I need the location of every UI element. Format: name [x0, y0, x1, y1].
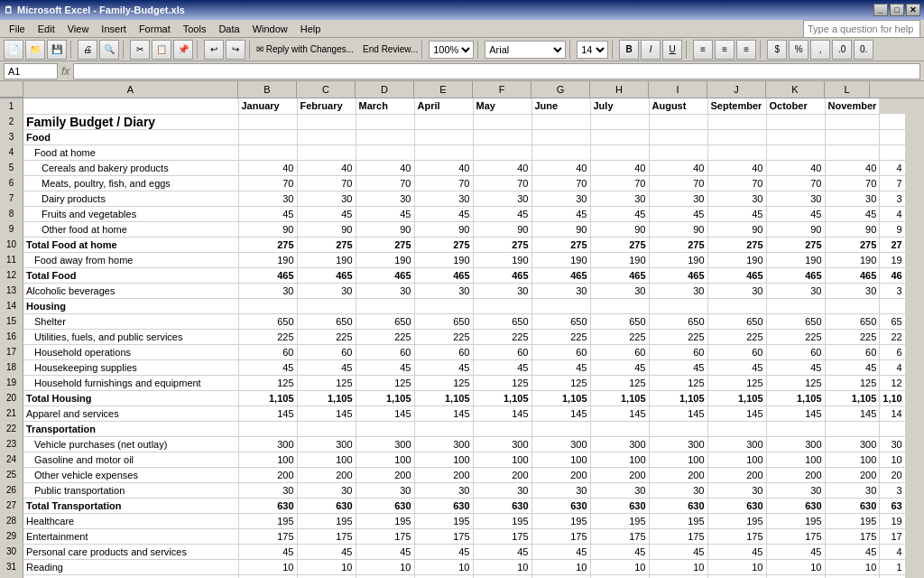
table-row[interactable]: Household furnishings and equipment12512… [23, 375, 905, 390]
cell-11-3[interactable]: 465 [297, 267, 356, 283]
menu-data[interactable]: Data [213, 22, 245, 36]
cell-1-6[interactable] [473, 114, 531, 129]
row-header-19[interactable]: 19 [0, 375, 23, 390]
cell-19-4[interactable]: 1,105 [356, 390, 414, 406]
cell-20-11[interactable]: 145 [766, 406, 825, 421]
cell-2-6[interactable] [473, 129, 531, 144]
cell-31-13[interactable]: 6 [880, 574, 905, 578]
cell-27-13[interactable]: 19 [880, 513, 905, 528]
table-row[interactable]: Transportation [23, 421, 905, 436]
row-header-10[interactable]: 10 [0, 237, 23, 252]
cell-2-5[interactable] [414, 129, 473, 144]
cell-10-3[interactable]: 190 [297, 252, 356, 267]
cell-6-2[interactable]: 30 [238, 191, 297, 206]
cell-31-7[interactable]: 65 [531, 574, 590, 578]
cell-reference-input[interactable] [4, 63, 58, 79]
row-header-32[interactable]: 32 [0, 574, 23, 578]
row-header-8[interactable]: 8 [0, 206, 23, 221]
cell-29-4[interactable]: 45 [356, 544, 414, 559]
cell-22-2[interactable]: 300 [238, 436, 297, 452]
cut-button[interactable]: ✂ [130, 40, 150, 60]
cell-21-4[interactable] [356, 421, 414, 436]
cell-1-7[interactable] [531, 114, 590, 129]
cell-11-8[interactable]: 465 [590, 267, 649, 283]
cell-7-4[interactable]: 45 [356, 206, 414, 221]
cell-a10[interactable]: Food away from home [23, 252, 238, 267]
cell-2-8[interactable] [590, 129, 649, 144]
table-row[interactable]: Utilities, fuels, and public services225… [23, 329, 905, 344]
table-row[interactable]: Healthcare195195195195195195195195195195… [23, 513, 905, 528]
cell-7-7[interactable]: 45 [531, 206, 590, 221]
table-row[interactable]: Other food at home9090909090909090909090… [23, 221, 905, 237]
cell-12-9[interactable]: 30 [649, 283, 707, 298]
cell-3-9[interactable] [649, 144, 707, 160]
cell-5-6[interactable]: 70 [473, 175, 531, 191]
maximize-button[interactable]: □ [890, 4, 904, 16]
table-row[interactable]: Reading10101010101010101010101 [23, 559, 905, 574]
cell-17-11[interactable]: 45 [766, 359, 825, 375]
cell-18-9[interactable]: 125 [649, 375, 707, 390]
cell-a6[interactable]: Dairy products [23, 191, 238, 206]
cell-28-10[interactable]: 175 [707, 528, 766, 544]
col-header-d[interactable]: D [356, 81, 414, 98]
cell-1-13[interactable] [880, 114, 905, 129]
cell-23-13[interactable]: 10 [880, 452, 905, 467]
cell-11-12[interactable]: 465 [825, 267, 880, 283]
cell-29-6[interactable]: 45 [473, 544, 531, 559]
cell-2-2[interactable] [238, 129, 297, 144]
cell-15-8[interactable]: 225 [590, 329, 649, 344]
row-header-5[interactable]: 5 [0, 160, 23, 175]
cell-21-10[interactable] [707, 421, 766, 436]
menu-format[interactable]: Format [134, 22, 176, 36]
cell-10-2[interactable]: 190 [238, 252, 297, 267]
cell-9-11[interactable]: 275 [766, 237, 825, 252]
cell-28-13[interactable]: 17 [880, 528, 905, 544]
cell-30-13[interactable]: 1 [880, 559, 905, 574]
cell-30-6[interactable]: 10 [473, 559, 531, 574]
cell-8-8[interactable]: 90 [590, 221, 649, 237]
cell-4-6[interactable]: 40 [473, 160, 531, 175]
underline-button[interactable]: U [662, 40, 682, 60]
cell-a29[interactable]: Personal care products and services [23, 544, 238, 559]
minimize-button[interactable]: _ [873, 4, 888, 16]
cell-22-4[interactable]: 300 [356, 436, 414, 452]
preview-button[interactable]: 🔍 [99, 40, 119, 60]
cell-6-10[interactable]: 30 [707, 191, 766, 206]
cell-14-8[interactable]: 650 [590, 313, 649, 329]
table-row[interactable]: Food away from home190190190190190190190… [23, 252, 905, 267]
cell-14-11[interactable]: 650 [766, 313, 825, 329]
cell-8-11[interactable]: 90 [766, 221, 825, 237]
cell-a11[interactable]: Total Food [23, 267, 238, 283]
cell-15-12[interactable]: 225 [825, 329, 880, 344]
cell-19-3[interactable]: 1,105 [297, 390, 356, 406]
cell-4-10[interactable]: 40 [707, 160, 766, 175]
cell-12-11[interactable]: 30 [766, 283, 825, 298]
cell-25-4[interactable]: 30 [356, 482, 414, 498]
table-row[interactable]: Apparel and services14514514514514514514… [23, 406, 905, 421]
cell-12-2[interactable]: 30 [238, 283, 297, 298]
cell-a2[interactable]: Food [23, 129, 238, 144]
cell-5-13[interactable]: 7 [880, 175, 905, 191]
cell-17-6[interactable]: 45 [473, 359, 531, 375]
cell-26-10[interactable]: 630 [707, 498, 766, 513]
cell-9-10[interactable]: 275 [707, 237, 766, 252]
cell-13-9[interactable] [649, 298, 707, 313]
cell-6-12[interactable]: 30 [825, 191, 880, 206]
row-header-14[interactable]: 14 [0, 298, 23, 313]
table-row[interactable]: Vehicle purchases (net outlay)3003003003… [23, 436, 905, 452]
cell-26-13[interactable]: 63 [880, 498, 905, 513]
cell-9-4[interactable]: 275 [356, 237, 414, 252]
cell-14-2[interactable]: 650 [238, 313, 297, 329]
cell-24-12[interactable]: 200 [825, 467, 880, 482]
cell-9-5[interactable]: 275 [414, 237, 473, 252]
table-row[interactable]: Total Housing1,1051,1051,1051,1051,1051,… [23, 390, 905, 406]
cell-1-10[interactable] [707, 114, 766, 129]
cell-18-4[interactable]: 125 [356, 375, 414, 390]
cell-30-7[interactable]: 10 [531, 559, 590, 574]
cell-26-7[interactable]: 630 [531, 498, 590, 513]
cell-24-8[interactable]: 200 [590, 467, 649, 482]
cell-18-7[interactable]: 125 [531, 375, 590, 390]
cell-22-13[interactable]: 30 [880, 436, 905, 452]
row-header-22[interactable]: 22 [0, 421, 23, 436]
cell-4-5[interactable]: 40 [414, 160, 473, 175]
